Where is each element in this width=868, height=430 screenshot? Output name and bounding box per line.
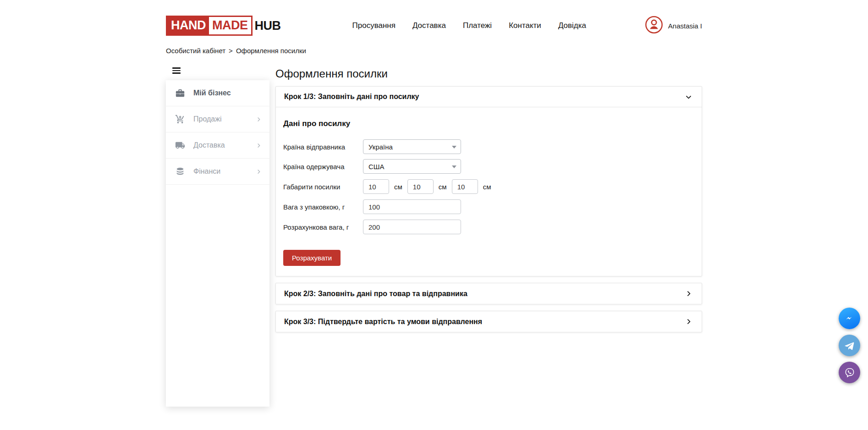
breadcrumb: Особистий кабінет > Оформлення посилки <box>166 47 702 55</box>
accordion-step-3: Крок 3/3: Підтвердьте вартість та умови … <box>275 311 702 332</box>
social-buttons <box>839 308 860 383</box>
main-nav: Просування Доставка Платежі Контакти Дов… <box>352 21 587 30</box>
chevron-right-icon <box>255 142 262 149</box>
chevron-right-icon <box>685 318 692 325</box>
recipient-country-select[interactable]: США <box>363 159 461 174</box>
nav-item-contacts[interactable]: Контакти <box>509 21 541 30</box>
accordion-step-2-header[interactable]: Крок 2/3: Заповніть дані про товар та ві… <box>276 283 702 304</box>
step-label: Крок 2/3: Заповніть дані про товар та ві… <box>284 290 467 298</box>
accordion-step-2: Крок 2/3: Заповніть дані про товар та ві… <box>275 283 702 304</box>
sidebar-item-label: Продажі <box>193 115 221 123</box>
telegram-icon <box>844 340 856 352</box>
briefcase-icon <box>175 88 186 99</box>
unit-label: см <box>483 183 491 191</box>
accordion-step-3-header[interactable]: Крок 3/3: Підтвердьте вартість та умови … <box>276 311 702 332</box>
logo-hand: HAND <box>167 17 209 34</box>
dimension-input-height[interactable] <box>452 179 478 194</box>
viber-button[interactable] <box>839 362 860 383</box>
parcel-form: Дані про посилку Країна відправника Укра… <box>276 107 702 276</box>
logo-made: MADE <box>209 17 251 34</box>
recipient-country-value: США <box>368 163 385 171</box>
user-avatar-icon <box>645 16 663 36</box>
step-label: Крок 3/3: Підтвердьте вартість та умови … <box>284 318 482 326</box>
nav-item-promotions[interactable]: Просування <box>352 21 396 30</box>
user-menu[interactable]: Anastasia I <box>645 16 702 36</box>
nav-item-payments[interactable]: Платежі <box>463 21 492 30</box>
breadcrumb-item-cabinet[interactable]: Особистий кабінет <box>166 47 225 55</box>
breadcrumb-item-parcel[interactable]: Оформлення посилки <box>236 47 306 55</box>
logo-box: HAND MADE <box>166 16 253 36</box>
sidebar-item-delivery[interactable]: Доставка <box>166 132 269 159</box>
step-label: Крок 1/3: Заповніть дані про посилку <box>284 93 419 101</box>
logo[interactable]: HAND MADE HUB <box>166 16 281 36</box>
sidebar-item-label: Доставка <box>193 141 225 149</box>
nav-item-delivery[interactable]: Доставка <box>412 21 446 30</box>
truck-icon <box>175 140 186 151</box>
coins-icon <box>175 166 186 177</box>
user-name: Anastasia I <box>668 22 702 30</box>
logo-hub: HUB <box>255 19 281 33</box>
breadcrumb-separator: > <box>229 47 233 55</box>
chevron-right-icon <box>255 168 262 175</box>
select-caret-icon <box>452 146 456 149</box>
dimension-input-width[interactable] <box>407 179 434 194</box>
page-title: Оформлення посилки <box>275 67 702 80</box>
header: HAND MADE HUB Просування Доставка Платеж… <box>166 0 702 38</box>
dimension-input-length[interactable] <box>363 179 389 194</box>
chevron-right-icon <box>255 116 262 123</box>
messenger-button[interactable] <box>839 308 860 329</box>
chevron-right-icon <box>685 290 692 298</box>
unit-label: см <box>439 183 447 191</box>
select-caret-icon <box>452 165 456 168</box>
accordion-step-1: Крок 1/3: Заповніть дані про посилку Дан… <box>275 86 702 276</box>
packed-weight-label: Вага з упаковкою, г <box>283 203 363 211</box>
cart-icon <box>175 114 186 125</box>
sidebar-item-label: Фінанси <box>193 167 220 176</box>
accordion-step-1-header[interactable]: Крок 1/3: Заповніть дані про посилку <box>276 87 702 107</box>
sidebar-item-my-business[interactable]: Мій бізнес <box>166 80 269 106</box>
viber-icon <box>844 367 856 379</box>
dimensions-label: Габарити посилки <box>283 183 363 191</box>
sidebar-item-finance[interactable]: Фінанси <box>166 159 269 185</box>
unit-label: см <box>394 183 402 191</box>
calculate-button[interactable]: Розрахувати <box>283 250 341 266</box>
sender-country-value: Україна <box>368 143 393 151</box>
chevron-down-icon <box>685 93 692 101</box>
nav-item-help[interactable]: Довідка <box>558 21 586 30</box>
sender-country-label: Країна відправника <box>283 143 363 151</box>
sender-country-select[interactable]: Україна <box>363 139 461 154</box>
sidebar-item-label: Мій бізнес <box>193 89 231 97</box>
packed-weight-input[interactable] <box>363 199 461 214</box>
form-section-title: Дані про посилку <box>283 119 693 128</box>
messenger-icon <box>844 313 856 325</box>
hamburger-icon[interactable] <box>172 67 181 74</box>
sidebar: Мій бізнес Продажі Доставка <box>166 80 269 407</box>
sidebar-item-sales[interactable]: Продажі <box>166 106 269 132</box>
calculated-weight-label: Розрахункова вага, г <box>283 223 363 231</box>
recipient-country-label: Країна одержувача <box>283 163 363 171</box>
telegram-button[interactable] <box>839 335 860 356</box>
calculated-weight-input[interactable] <box>363 220 461 234</box>
